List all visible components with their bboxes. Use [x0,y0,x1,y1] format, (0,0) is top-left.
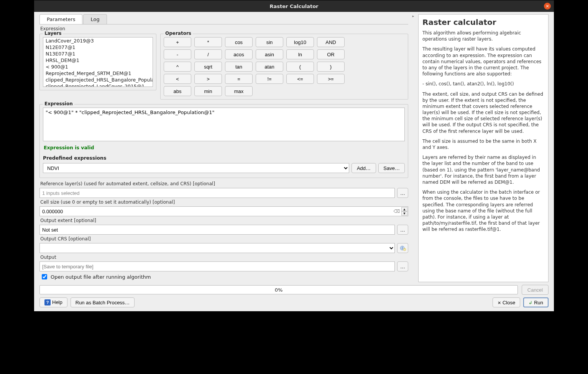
help-button[interactable]: ?Help [39,297,67,307]
layer-item[interactable]: HRSL_DEM@1 [43,57,153,64]
window-close-button[interactable]: ✕ [544,3,551,10]
operator-button[interactable]: sqrt [194,62,222,72]
output-browse-button[interactable]: … [397,261,408,271]
layer-item[interactable]: < 900@1 [43,64,153,70]
splitter-handle[interactable]: ▸ [412,14,414,282]
layer-item[interactable]: clipped_Reprojected_HRSL_Bangalore_Popul… [43,77,153,83]
layer-item[interactable]: clipped_Reprojected_LandCover_2015@1 [43,83,153,87]
operator-button[interactable]: <= [286,74,314,84]
operator-button[interactable]: asin [256,49,283,59]
open-output-check[interactable] [42,274,47,279]
expression-input[interactable] [43,108,405,141]
reference-label: Reference layer(s) (used for automated e… [40,181,408,186]
help-p1: This algorithm allows performing algebra… [422,30,544,42]
crs-select[interactable] [39,243,395,253]
cellsize-label: Cell size (use 0 or empty to set it auto… [40,199,408,205]
predefined-select[interactable]: NDVI [43,163,349,173]
open-output-label: Open output file after running algorithm [51,274,151,280]
output-input[interactable] [39,261,395,271]
operator-button[interactable]: OR [317,49,345,59]
expression-valid-label: Expression is valid [43,144,405,151]
operator-button[interactable]: ln [286,49,314,59]
reference-input[interactable] [39,188,395,198]
operator-button[interactable]: abs [164,86,191,96]
close-button[interactable]: Close [493,297,520,307]
progress-bar: 0% [39,285,518,294]
section-expression-label: Expression [40,26,408,31]
layers-legend: Layers [43,31,63,36]
help-panel: Raster calculator This algorithm allows … [418,14,549,282]
operator-grid: +*cossinlog10AND-/acosasinlnOR^sqrttanat… [164,37,405,96]
globe-icon [399,245,406,252]
operator-button[interactable]: / [194,49,222,59]
cellsize-clear-icon[interactable]: ⌫ [394,209,400,214]
layer-item[interactable]: Reprojected_Merged_SRTM_DEM@1 [43,70,153,77]
operator-button[interactable]: AND [317,37,345,47]
operator-button[interactable]: ( [286,62,314,72]
open-output-checkbox[interactable]: Open output file after running algorithm [40,273,408,281]
predefined-save-button[interactable]: Save… [378,163,405,173]
operator-button[interactable]: log10 [286,37,314,47]
operator-button[interactable]: tan [225,62,253,72]
operator-button[interactable]: sin [256,37,283,47]
help-p7: When using the calculator in the batch i… [422,189,544,232]
cellsize-input[interactable] [39,206,408,216]
help-p6: Layers are referred by their name as dis… [422,154,544,185]
extent-label: Output extent [optional] [40,218,408,223]
operator-button[interactable]: cos [225,37,253,47]
progress-text: 0% [275,287,283,293]
tab-parameters[interactable]: Parameters [39,14,82,24]
operator-button[interactable]: max [225,86,253,96]
operator-button[interactable]: >= [317,74,345,84]
layers-list[interactable]: LandCover_2019@3N12E077@1N13E077@1HRSL_D… [43,37,153,87]
help-p4: The extent, cell size, and output CRS ca… [422,91,544,134]
help-icon: ? [44,299,51,305]
tab-log[interactable]: Log [83,14,107,24]
window: Raster Calculator ✕ Parameters Log Expre… [34,0,554,312]
extent-browse-button[interactable]: … [397,225,408,235]
output-label: Output [40,255,408,260]
operator-button[interactable]: ^ [164,62,191,72]
extent-input[interactable] [39,225,395,235]
help-p5: The cell size is assumed to be the same … [422,138,544,150]
operators-legend: Operators [164,31,193,36]
operator-button[interactable]: > [194,74,222,84]
help-p3: - sin(), cos(), tan(), atan2(), ln(), lo… [422,81,544,87]
expression-group: Expression Expression is valid Predefine… [39,104,408,178]
operator-button[interactable]: - [164,49,191,59]
run-button[interactable]: Run [523,297,549,307]
titlebar[interactable]: Raster Calculator ✕ [34,0,554,12]
operator-button[interactable]: min [194,86,222,96]
cellsize-spin[interactable]: ▲▼ [401,207,407,216]
window-title: Raster Calculator [269,3,318,9]
operator-button[interactable]: + [164,37,191,47]
crs-picker-button[interactable] [397,243,408,253]
operators-group: Operators +*cossinlog10AND-/acosasinlnOR… [160,34,408,100]
operator-button[interactable]: * [194,37,222,47]
layers-group: Layers LandCover_2019@3N12E077@1N13E077@… [39,34,156,90]
layer-item[interactable]: N13E077@1 [43,51,153,57]
cancel-button: Cancel [522,285,549,295]
operator-button[interactable]: != [256,74,283,84]
operator-button[interactable]: atan [256,62,283,72]
reference-browse-button[interactable]: … [397,188,408,198]
operator-button[interactable]: acos [225,49,253,59]
help-p2: The resulting layer will have its values… [422,46,544,77]
help-title: Raster calculator [422,18,544,27]
predefined-legend: Predefined expressions [43,155,405,161]
layer-item[interactable]: N12E077@1 [43,44,153,51]
layer-item[interactable]: LandCover_2019@3 [43,38,153,44]
predefined-add-button[interactable]: Add… [351,163,376,173]
operator-button[interactable]: ) [317,62,345,72]
operator-button[interactable]: = [225,74,253,84]
batch-button[interactable]: Run as Batch Process… [71,297,135,307]
operator-button[interactable]: < [164,74,191,84]
expression-legend: Expression [43,101,74,106]
crs-label: Output CRS [optional] [40,236,408,242]
tabbar: Parameters Log [39,14,408,24]
